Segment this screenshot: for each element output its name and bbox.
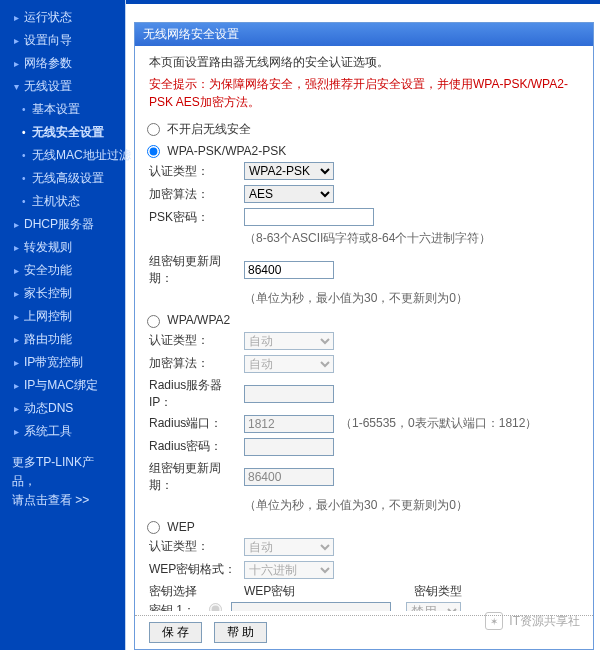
wep-k1-input[interactable] xyxy=(231,602,391,611)
nav-ddns[interactable]: 动态DNS xyxy=(0,397,125,420)
panel: 无线网络安全设置 本页面设置路由器无线网络的安全认证选项。 安全提示：为保障网络… xyxy=(134,22,594,650)
wep-fmt-label: WEP密钥格式： xyxy=(149,561,244,578)
psk-pwd-hint: （8-63个ASCII码字符或8-64个十六进制字符） xyxy=(244,230,583,247)
watermark: ✶IT资源共享社 xyxy=(485,612,580,630)
wpa-rport-input[interactable] xyxy=(244,415,334,433)
wpa-rpwd-input[interactable] xyxy=(244,438,334,456)
sidebar: 运行状态 设置向导 网络参数 无线设置 基本设置 无线安全设置 无线MAC地址过… xyxy=(0,0,125,650)
help-button[interactable]: 帮 助 xyxy=(214,622,267,643)
wep-fmt-select[interactable]: 十六进制 xyxy=(244,561,334,579)
wpa-auth-label: 认证类型： xyxy=(149,332,244,349)
wep-header: 密钥选择WEP密钥密钥类型 xyxy=(149,583,583,600)
nav-wizard[interactable]: 设置向导 xyxy=(0,29,125,52)
psk-enc-label: 加密算法： xyxy=(149,186,244,203)
warning-text: 安全提示：为保障网络安全，强烈推荐开启安全设置，并使用WPA-PSK/WPA2-… xyxy=(149,75,583,111)
nav-routing[interactable]: 路由功能 xyxy=(0,328,125,351)
radio-wep[interactable]: WEP xyxy=(147,520,195,534)
nav-access[interactable]: 上网控制 xyxy=(0,305,125,328)
radio-off[interactable]: 不开启无线安全 xyxy=(147,122,251,136)
wpa-rport-label: Radius端口： xyxy=(149,415,244,432)
nav-bandwidth[interactable]: IP带宽控制 xyxy=(0,351,125,374)
radio-wpa[interactable]: WPA/WPA2 xyxy=(147,313,230,327)
wpa-enc-label: 加密算法： xyxy=(149,355,244,372)
nav-parental[interactable]: 家长控制 xyxy=(0,282,125,305)
nav-wireless-adv[interactable]: 无线高级设置 xyxy=(0,167,125,190)
nav-security[interactable]: 安全功能 xyxy=(0,259,125,282)
topbar xyxy=(126,0,600,18)
psk-gk-hint: （单位为秒，最小值为30，不更新则为0） xyxy=(244,290,583,307)
psk-auth-select[interactable]: WPA2-PSK xyxy=(244,162,334,180)
nav-wireless-security[interactable]: 无线安全设置 xyxy=(0,121,125,144)
wpa-gk-hint: （单位为秒，最小值为30，不更新则为0） xyxy=(244,497,583,514)
wpa-rip-input[interactable] xyxy=(244,385,334,403)
wep-k1-type[interactable]: 禁用 xyxy=(406,602,461,611)
wpa-auth-select[interactable]: 自动 xyxy=(244,332,334,350)
psk-gk-label: 组密钥更新周期： xyxy=(149,253,244,287)
save-button[interactable]: 保 存 xyxy=(149,622,202,643)
wep-k1-radio[interactable] xyxy=(209,603,222,611)
wpa-gk-input[interactable] xyxy=(244,468,334,486)
psk-enc-select[interactable]: AES xyxy=(244,185,334,203)
nav-forward[interactable]: 转发规则 xyxy=(0,236,125,259)
nav-wireless-mac[interactable]: 无线MAC地址过滤 xyxy=(0,144,125,167)
nav-status[interactable]: 运行状态 xyxy=(0,6,125,29)
panel-title: 无线网络安全设置 xyxy=(135,23,593,46)
nav-wireless-host[interactable]: 主机状态 xyxy=(0,190,125,213)
psk-gk-input[interactable] xyxy=(244,261,334,279)
nav-wireless-basic[interactable]: 基本设置 xyxy=(0,98,125,121)
main: 无线网络安全设置 本页面设置路由器无线网络的安全认证选项。 安全提示：为保障网络… xyxy=(125,0,600,650)
wpa-rport-hint: （1-65535，0表示默认端口：1812） xyxy=(340,415,537,432)
wpa-rpwd-label: Radius密码： xyxy=(149,438,244,455)
psk-pwd-label: PSK密码： xyxy=(149,209,244,226)
radio-psk[interactable]: WPA-PSK/WPA2-PSK xyxy=(147,144,286,158)
wep-auth-select[interactable]: 自动 xyxy=(244,538,334,556)
more-products[interactable]: 更多TP-LINK产品，请点击查看 >> xyxy=(0,443,125,521)
nav-list: 运行状态 设置向导 网络参数 无线设置 基本设置 无线安全设置 无线MAC地址过… xyxy=(0,6,125,443)
psk-auth-label: 认证类型： xyxy=(149,163,244,180)
nav-dhcp[interactable]: DHCP服务器 xyxy=(0,213,125,236)
wechat-icon: ✶ xyxy=(485,612,503,630)
psk-pwd-input[interactable] xyxy=(244,208,374,226)
wpa-enc-select[interactable]: 自动 xyxy=(244,355,334,373)
wep-k1-label: 密钥 1： xyxy=(149,602,209,611)
wpa-gk-label: 组密钥更新周期： xyxy=(149,460,244,494)
intro-text: 本页面设置路由器无线网络的安全认证选项。 xyxy=(149,54,583,71)
nav-system[interactable]: 系统工具 xyxy=(0,420,125,443)
nav-ipmac[interactable]: IP与MAC绑定 xyxy=(0,374,125,397)
nav-network[interactable]: 网络参数 xyxy=(0,52,125,75)
wpa-rip-label: Radius服务器IP： xyxy=(149,377,244,411)
nav-wireless[interactable]: 无线设置 xyxy=(0,75,125,98)
wep-auth-label: 认证类型： xyxy=(149,538,244,555)
